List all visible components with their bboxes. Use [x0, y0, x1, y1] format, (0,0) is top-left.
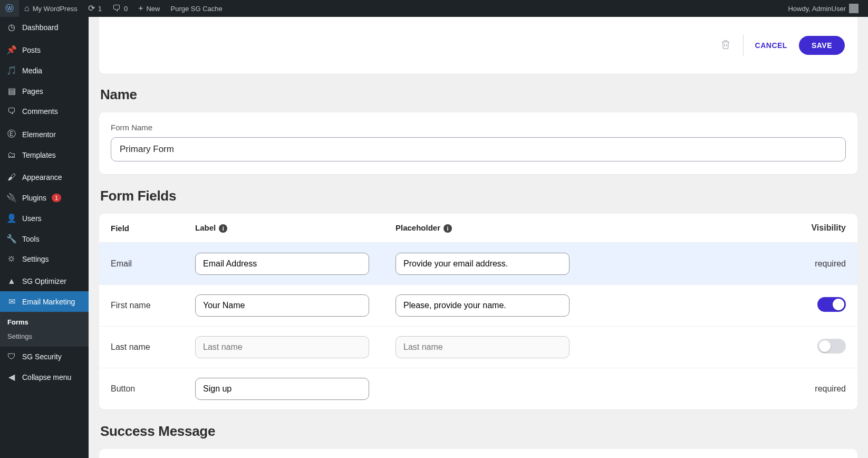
- site-link[interactable]: ⌂My WordPress: [19, 0, 83, 17]
- sidebar-item-label: Settings: [22, 255, 49, 263]
- label-cell: [195, 336, 396, 358]
- form-name-label: Form Name: [111, 123, 846, 132]
- wordpress-icon: ⓦ: [5, 4, 14, 13]
- sidebar-item-tools[interactable]: 🔧Tools: [0, 228, 89, 249]
- sidebar-item-comments[interactable]: 🗨Comments: [0, 101, 89, 121]
- section-success-heading: Success Message: [100, 423, 857, 440]
- placeholder-input: [396, 336, 570, 358]
- sidebar-item-templates[interactable]: 🗂Templates: [0, 145, 89, 165]
- sidebar-submenu: FormsSettings: [0, 312, 89, 347]
- sidebar-item-label: Media: [22, 66, 42, 75]
- comment-icon: 🗨: [6, 107, 17, 116]
- section-fields-heading: Form Fields: [100, 188, 857, 204]
- field-name: Email: [111, 259, 195, 269]
- delete-icon[interactable]: [720, 39, 731, 53]
- divider: [743, 35, 744, 56]
- sidebar-item-label: Elementor: [22, 130, 56, 139]
- plug-icon: 🔌: [6, 193, 17, 203]
- fields-table: Field Labeli Placeholderi Visibility Ema…: [99, 214, 857, 409]
- sidebar-item-dashboard[interactable]: ◷Dashboard: [0, 17, 89, 37]
- info-icon[interactable]: i: [443, 224, 452, 233]
- placeholder-cell: [396, 253, 596, 275]
- table-row: First name: [99, 284, 857, 326]
- user-icon: 👤: [6, 213, 17, 223]
- table-row: Emailrequired: [99, 243, 857, 284]
- visibility-toggle[interactable]: [817, 339, 846, 354]
- elementor-icon: Ⓔ: [6, 129, 17, 140]
- sidebar-item-sg-security[interactable]: 🛡SG Security: [0, 347, 89, 367]
- purge-cache-link[interactable]: Purge SG Cache: [166, 0, 228, 17]
- shield-icon: 🛡: [6, 352, 17, 361]
- sidebar-item-plugins[interactable]: 🔌Plugins1: [0, 187, 89, 208]
- col-field: Field: [111, 224, 195, 233]
- toolbar-card: CANCEL SAVE: [99, 17, 857, 74]
- name-panel: Form Name: [99, 112, 857, 174]
- comments-link[interactable]: 🗨0: [107, 0, 133, 17]
- sidebar-item-settings[interactable]: ⛭Settings: [0, 249, 89, 269]
- placeholder-input[interactable]: [396, 294, 570, 317]
- sidebar-item-label: Comments: [22, 107, 58, 116]
- sidebar-item-elementor[interactable]: ⒺElementor: [0, 123, 89, 145]
- sidebar-item-label: Dashboard: [22, 23, 59, 32]
- cancel-button[interactable]: CANCEL: [755, 41, 787, 50]
- visibility-toggle[interactable]: [817, 297, 846, 312]
- new-link[interactable]: +New: [133, 0, 165, 17]
- field-name: Button: [111, 384, 195, 394]
- sidebar-item-email-marketing[interactable]: ✉Email Marketing: [0, 291, 89, 312]
- comment-icon: 🗨: [112, 4, 121, 13]
- label-input[interactable]: [195, 378, 369, 400]
- sidebar-item-posts[interactable]: 📌Posts: [0, 40, 89, 60]
- home-icon: ⌂: [24, 4, 30, 13]
- sidebar-item-collapse-menu[interactable]: ◀Collapse menu: [0, 367, 89, 387]
- info-icon[interactable]: i: [219, 224, 227, 233]
- badge-count: 1: [52, 194, 61, 202]
- new-label: New: [146, 5, 160, 13]
- label-input[interactable]: [195, 253, 369, 275]
- templates-icon: 🗂: [6, 150, 17, 160]
- label-cell: [195, 294, 396, 317]
- placeholder-cell: [396, 336, 596, 358]
- sidebar-item-label: Templates: [22, 151, 56, 159]
- label-input: [195, 336, 369, 358]
- site-name: My WordPress: [33, 5, 78, 13]
- updates-link[interactable]: ⟳1: [83, 0, 107, 17]
- howdy-text: Howdy, AdminUser: [788, 5, 846, 13]
- sidebar-item-label: Collapse menu: [22, 373, 71, 381]
- collapse-icon: ◀: [6, 372, 17, 382]
- table-row: Last name: [99, 326, 857, 368]
- visibility-cell: [596, 339, 846, 356]
- sidebar-item-users[interactable]: 👤Users: [0, 208, 89, 228]
- col-label: Labeli: [195, 223, 396, 233]
- sidebar-item-label: Tools: [22, 235, 40, 243]
- field-name: First name: [111, 301, 195, 310]
- plus-icon: +: [138, 4, 143, 13]
- placeholder-input[interactable]: [396, 253, 570, 275]
- updates-icon: ⟳: [88, 4, 95, 13]
- form-name-input[interactable]: [111, 137, 846, 161]
- table-head: Field Labeli Placeholderi Visibility: [99, 214, 857, 243]
- sidebar-item-appearance[interactable]: 🖌Appearance: [0, 167, 89, 187]
- sidebar-item-sg-optimizer[interactable]: ▲SG Optimizer: [0, 271, 89, 291]
- sidebar-sub-forms[interactable]: Forms: [0, 315, 89, 329]
- label-input[interactable]: [195, 294, 369, 317]
- save-button[interactable]: SAVE: [799, 36, 845, 55]
- visibility-cell: [596, 297, 846, 314]
- visibility-cell: required: [596, 259, 846, 269]
- table-row: Buttonrequired: [99, 368, 857, 409]
- sidebar-item-label: Appearance: [22, 173, 62, 182]
- label-cell: [195, 253, 396, 275]
- success-panel: Successful subscription message: [99, 449, 857, 458]
- howdy-link[interactable]: Howdy, AdminUser: [783, 0, 864, 17]
- sidebar-sub-settings[interactable]: Settings: [0, 329, 89, 344]
- section-name-heading: Name: [100, 87, 857, 103]
- mail-icon: ✉: [6, 297, 17, 307]
- visibility-cell: required: [596, 384, 846, 394]
- purge-label: Purge SG Cache: [171, 5, 223, 13]
- wrench-icon: 🔧: [6, 234, 17, 244]
- sliders-icon: ⛭: [6, 254, 17, 264]
- updates-count: 1: [98, 5, 102, 13]
- sidebar-item-pages[interactable]: ▤Pages: [0, 81, 89, 101]
- sidebar-item-media[interactable]: 🎵Media: [0, 60, 89, 81]
- col-visibility: Visibility: [596, 223, 846, 233]
- wp-logo[interactable]: ⓦ: [0, 0, 19, 17]
